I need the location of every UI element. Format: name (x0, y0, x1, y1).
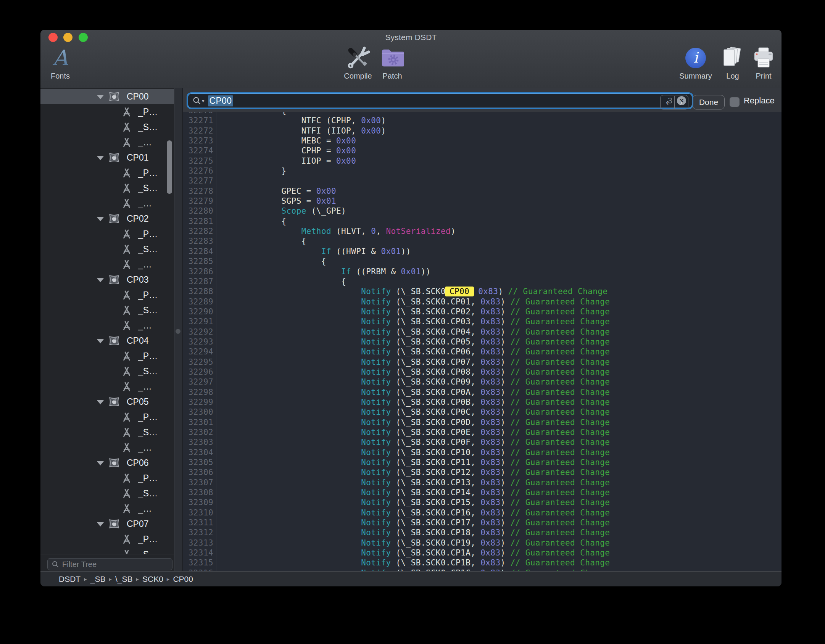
method-icon (121, 290, 132, 302)
tree-child-item[interactable]: _… (40, 135, 174, 150)
tree-child-item[interactable]: _S… (40, 180, 174, 196)
code-text: CPHP = 0x00 (216, 146, 356, 156)
tree-item-cp03[interactable]: CP03 (40, 272, 174, 287)
line-number: 32274 (183, 146, 216, 156)
tree-child-item[interactable]: _P… (40, 104, 174, 119)
toolbar-item-patch[interactable]: Patch (367, 45, 417, 80)
tree-child-item[interactable]: _P… (40, 531, 174, 547)
tree-item-label: _… (138, 504, 152, 514)
tree-item-cp07[interactable]: CP07 (40, 516, 174, 531)
toolbar-item-print[interactable]: Print (739, 45, 781, 80)
tree-item-cp01[interactable]: CP01 (40, 150, 174, 165)
code-text: Notify (\_SB.SCK0.CP06, 0x83) // Guarant… (216, 347, 610, 357)
filter-area: Filter Tree (40, 554, 174, 572)
method-icon (121, 259, 132, 272)
tree-item-label: _P… (138, 229, 158, 239)
breadcrumb-item-sck0[interactable]: SCK0 (142, 575, 163, 584)
line-number: 32316 (183, 568, 216, 571)
code-text (216, 176, 222, 186)
code-text: Notify (\_SB.SCK0.CP07, 0x83) // Guarant… (216, 357, 610, 367)
tree-item-cp06[interactable]: CP06 (40, 455, 174, 470)
tree-item-cp02[interactable]: CP02 (40, 211, 174, 226)
tree-child-item[interactable]: _S… (40, 242, 174, 257)
code-line: 32309 Notify (\_SB.SCK0.CP15, 0x83) // G… (183, 497, 781, 507)
line-number: 32290 (183, 307, 216, 317)
tree-child-item[interactable]: _P… (40, 165, 174, 180)
search-input[interactable]: ▾ CP00 3 × (188, 93, 692, 108)
breadcrumb-item-sb[interactable]: _SB (90, 575, 106, 584)
tree-child-item[interactable]: _… (40, 379, 174, 394)
sidebar-scrollbar-thumb[interactable] (167, 140, 172, 194)
app-window: System DSDT A Fonts Compile (40, 30, 781, 586)
find-next-button[interactable]: › (675, 96, 688, 109)
code-line: 32302 Notify (\_SB.SCK0.CP0E, 0x83) // G… (183, 427, 781, 437)
disclosure-triangle-icon[interactable] (97, 278, 104, 282)
breadcrumb-item-cp00[interactable]: CP00 (173, 575, 193, 584)
disclosure-triangle-icon[interactable] (97, 95, 104, 99)
code-text: Notify (\_SB.SCK0.CP02, 0x83) // Guarant… (216, 307, 610, 317)
breadcrumb-item-dsdt[interactable]: DSDT (59, 575, 81, 584)
disclosure-triangle-icon[interactable] (97, 339, 104, 343)
code-editor[interactable]: 32270 {32271 NTFC (CPHP, 0x00)32272 NTFI… (183, 112, 781, 571)
tree-child-item[interactable]: _S… (40, 119, 174, 135)
code-line: 32314 Notify (\_SB.SCK0.CP1A, 0x83) // G… (183, 548, 781, 558)
tree-child-item[interactable]: _… (40, 501, 174, 516)
method-icon (121, 229, 132, 241)
tree-item-label: CP01 (127, 153, 149, 163)
tree-item-label: _S… (138, 366, 158, 377)
find-previous-button[interactable]: ‹ (661, 96, 675, 109)
tree-item-cp00[interactable]: CP00 (40, 89, 174, 104)
tree-child-item[interactable]: _S… (40, 364, 174, 379)
tree-child-item[interactable]: _P… (40, 226, 174, 242)
line-number: 32296 (183, 367, 216, 377)
code-text: Notify (\_SB.SCK0.CP18, 0x83) // Guarant… (216, 528, 610, 538)
tree-child-item[interactable]: _P… (40, 409, 174, 425)
method-icon (121, 137, 132, 150)
tree-item-cp05[interactable]: CP05 (40, 394, 174, 409)
line-number: 32283 (183, 236, 216, 246)
disclosure-triangle-icon[interactable] (97, 400, 104, 404)
line-number: 32295 (183, 357, 216, 367)
breadcrumb: DSDT▸_SB▸\_SB▸SCK0▸CP00 (40, 571, 781, 586)
tree-child-item[interactable]: _S… (40, 547, 174, 554)
code-text: { (216, 256, 326, 266)
split-divider[interactable] (174, 88, 183, 571)
disclosure-triangle-icon[interactable] (97, 461, 104, 465)
replace-checkbox[interactable] (730, 97, 740, 107)
disclosure-triangle-icon[interactable] (97, 156, 104, 160)
code-text: Method (HLVT, 0, NotSerialized) (216, 226, 456, 236)
filter-tree-input[interactable]: Filter Tree (47, 558, 172, 570)
code-text: Notify (\_SB.SCK0.CP13, 0x83) // Guarant… (216, 478, 610, 488)
tree-child-item[interactable]: _P… (40, 470, 174, 486)
method-icon (121, 351, 132, 363)
breadcrumb-item-sb[interactable]: \_SB (115, 575, 133, 584)
tree-child-item[interactable]: _P… (40, 287, 174, 303)
tree-child-item[interactable]: _… (40, 440, 174, 455)
tree-item-label: _S… (138, 305, 158, 316)
code-line: 32299 Notify (\_SB.SCK0.CP0B, 0x83) // G… (183, 397, 781, 407)
code-text: Notify (\_SB.SCK0.CP0F, 0x83) // Guarant… (216, 437, 610, 447)
tree-item-label: _P… (138, 290, 158, 300)
tree-child-item[interactable]: _S… (40, 486, 174, 501)
toolbar-item-fonts[interactable]: A Fonts (40, 45, 85, 80)
tree-child-item[interactable]: _… (40, 257, 174, 272)
code-text: Notify (\_SB.SCK0.CP17, 0x83) // Guarant… (216, 518, 610, 528)
tree-child-item[interactable]: _S… (40, 425, 174, 440)
code-text: Notify (\_SB.SCK0.CP12, 0x83) // Guarant… (216, 467, 610, 477)
tree-child-item[interactable]: _P… (40, 348, 174, 364)
done-button[interactable]: Done (693, 95, 725, 109)
tree-item-cp04[interactable]: CP04 (40, 333, 174, 348)
tree-item-label: _S… (138, 244, 158, 254)
tree-child-item[interactable]: _S… (40, 303, 174, 318)
tree-item-label: _P… (138, 107, 158, 117)
tree-child-item[interactable]: _… (40, 318, 174, 333)
method-icon (121, 366, 132, 378)
tree-child-item[interactable]: _… (40, 196, 174, 211)
code-text: Notify (\_SB.SCK0.CP01, 0x83) // Guarant… (216, 297, 610, 307)
disclosure-triangle-icon[interactable] (97, 217, 104, 221)
disclosure-triangle-icon[interactable] (97, 522, 104, 526)
search-icon[interactable] (192, 96, 201, 105)
breadcrumb-separator-icon: ▸ (136, 576, 139, 583)
search-menu-chevron-icon[interactable]: ▾ (202, 98, 205, 104)
scope-icon (108, 213, 120, 225)
